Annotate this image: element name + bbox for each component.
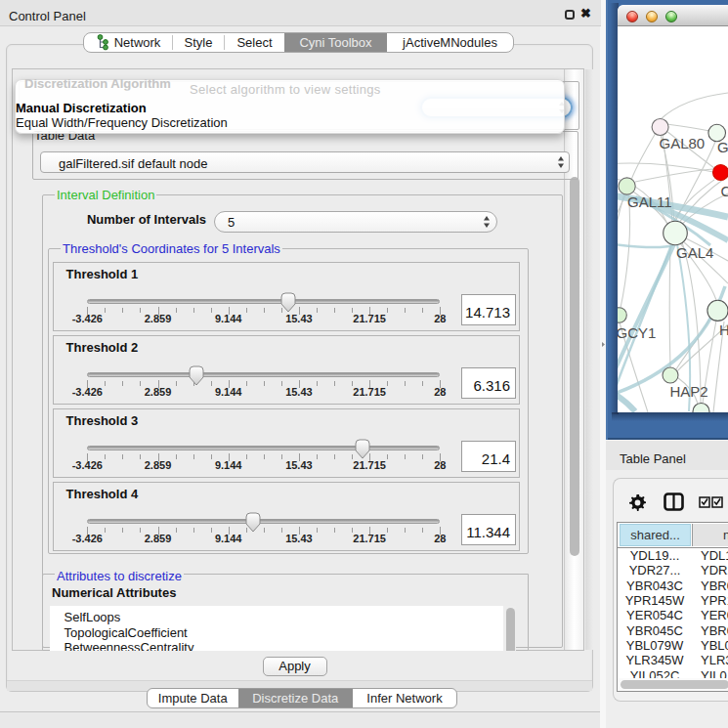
svg-text:C: C [721,183,728,199]
svg-text:GAL4: GAL4 [676,244,713,261]
svg-text:GA: GA [717,139,728,155]
svg-text:GAL80: GAL80 [660,135,706,151]
svg-text:GCY1: GCY1 [618,324,656,341]
svg-text:H: H [719,321,728,338]
svg-text:HAP2: HAP2 [670,383,708,400]
svg-text:GAL11: GAL11 [627,193,672,210]
